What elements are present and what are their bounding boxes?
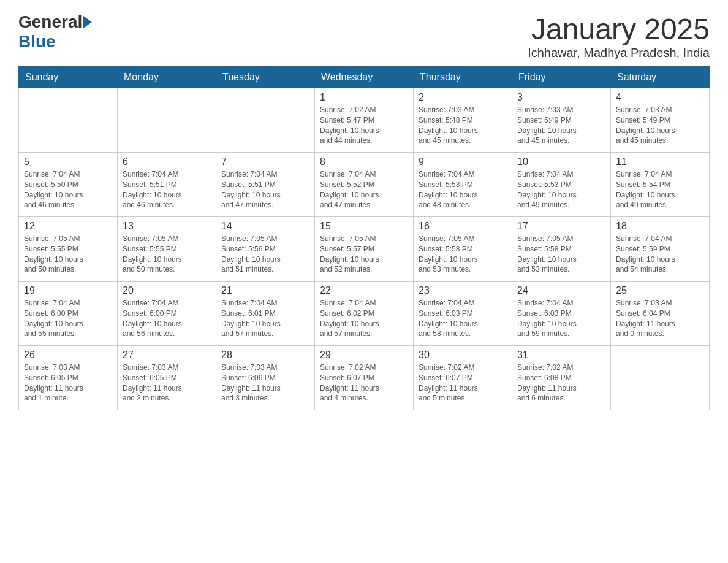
logo-blue-text: Blue [18, 32, 56, 52]
calendar-cell [19, 88, 118, 153]
calendar-cell: 14Sunrise: 7:05 AM Sunset: 5:56 PM Dayli… [216, 217, 315, 282]
day-number: 20 [123, 285, 211, 296]
weekday-header-row: SundayMondayTuesdayWednesdayThursdayFrid… [19, 67, 710, 88]
weekday-header-wednesday: Wednesday [315, 67, 414, 88]
calendar-cell: 31Sunrise: 7:02 AM Sunset: 6:08 PM Dayli… [512, 346, 611, 410]
calendar-cell: 15Sunrise: 7:05 AM Sunset: 5:57 PM Dayli… [315, 217, 414, 282]
calendar-cell [118, 88, 216, 153]
day-number: 23 [419, 285, 507, 296]
day-info: Sunrise: 7:04 AM Sunset: 5:53 PM Dayligh… [419, 169, 507, 210]
day-number: 6 [123, 156, 211, 167]
calendar-cell: 17Sunrise: 7:05 AM Sunset: 5:58 PM Dayli… [512, 217, 611, 282]
day-number: 8 [320, 156, 408, 167]
calendar-cell: 21Sunrise: 7:04 AM Sunset: 6:01 PM Dayli… [216, 282, 315, 346]
weekday-header-saturday: Saturday [611, 67, 710, 88]
calendar-cell: 27Sunrise: 7:03 AM Sunset: 6:05 PM Dayli… [118, 346, 216, 410]
day-info: Sunrise: 7:05 AM Sunset: 5:57 PM Dayligh… [320, 234, 408, 275]
day-info: Sunrise: 7:02 AM Sunset: 6:07 PM Dayligh… [320, 362, 408, 404]
page-header: General Blue January 2025 Ichhawar, Madh… [18, 12, 710, 60]
day-info: Sunrise: 7:02 AM Sunset: 6:07 PM Dayligh… [419, 362, 507, 404]
logo: General Blue [18, 12, 93, 52]
day-info: Sunrise: 7:05 AM Sunset: 5:55 PM Dayligh… [24, 234, 112, 275]
day-number: 18 [616, 221, 704, 232]
day-number: 16 [419, 221, 507, 232]
day-info: Sunrise: 7:04 AM Sunset: 5:52 PM Dayligh… [320, 169, 408, 210]
day-number: 2 [419, 92, 507, 103]
day-number: 1 [320, 92, 408, 103]
day-number: 28 [221, 350, 309, 361]
calendar-cell: 4Sunrise: 7:03 AM Sunset: 5:49 PM Daylig… [611, 88, 710, 153]
day-info: Sunrise: 7:05 AM Sunset: 5:58 PM Dayligh… [517, 234, 605, 275]
day-number: 9 [419, 156, 507, 167]
month-title: January 2025 [528, 12, 710, 46]
day-number: 7 [221, 156, 309, 167]
weekday-header-monday: Monday [118, 67, 216, 88]
calendar-cell: 18Sunrise: 7:04 AM Sunset: 5:59 PM Dayli… [611, 217, 710, 282]
calendar-cell: 19Sunrise: 7:04 AM Sunset: 6:00 PM Dayli… [19, 282, 118, 346]
calendar-cell: 28Sunrise: 7:03 AM Sunset: 6:06 PM Dayli… [216, 346, 315, 410]
day-number: 10 [517, 156, 605, 167]
day-info: Sunrise: 7:03 AM Sunset: 5:49 PM Dayligh… [616, 105, 704, 146]
day-number: 22 [320, 285, 408, 296]
day-number: 5 [24, 156, 112, 167]
day-info: Sunrise: 7:05 AM Sunset: 5:55 PM Dayligh… [123, 234, 211, 275]
calendar-cell: 9Sunrise: 7:04 AM Sunset: 5:53 PM Daylig… [414, 153, 512, 217]
day-number: 19 [24, 285, 112, 296]
calendar-cell: 24Sunrise: 7:04 AM Sunset: 6:03 PM Dayli… [512, 282, 611, 346]
day-number: 30 [419, 350, 507, 361]
day-info: Sunrise: 7:03 AM Sunset: 5:49 PM Dayligh… [517, 105, 605, 146]
calendar-cell: 29Sunrise: 7:02 AM Sunset: 6:07 PM Dayli… [315, 346, 414, 410]
day-number: 25 [616, 285, 704, 296]
day-number: 11 [616, 156, 704, 167]
day-info: Sunrise: 7:05 AM Sunset: 5:58 PM Dayligh… [419, 234, 507, 275]
calendar-cell: 25Sunrise: 7:03 AM Sunset: 6:04 PM Dayli… [611, 282, 710, 346]
calendar-table: SundayMondayTuesdayWednesdayThursdayFrid… [18, 66, 710, 410]
week-row-1: 1Sunrise: 7:02 AM Sunset: 5:47 PM Daylig… [19, 88, 710, 153]
day-info: Sunrise: 7:04 AM Sunset: 6:03 PM Dayligh… [419, 298, 507, 339]
weekday-header-sunday: Sunday [19, 67, 118, 88]
calendar-cell: 16Sunrise: 7:05 AM Sunset: 5:58 PM Dayli… [414, 217, 512, 282]
calendar-cell: 6Sunrise: 7:04 AM Sunset: 5:51 PM Daylig… [118, 153, 216, 217]
title-section: January 2025 Ichhawar, Madhya Pradesh, I… [528, 12, 710, 60]
week-row-2: 5Sunrise: 7:04 AM Sunset: 5:50 PM Daylig… [19, 153, 710, 217]
day-number: 13 [123, 221, 211, 232]
weekday-header-tuesday: Tuesday [216, 67, 315, 88]
day-info: Sunrise: 7:05 AM Sunset: 5:56 PM Dayligh… [221, 234, 309, 275]
day-number: 17 [517, 221, 605, 232]
day-info: Sunrise: 7:04 AM Sunset: 6:01 PM Dayligh… [221, 298, 309, 339]
day-number: 26 [24, 350, 112, 361]
day-info: Sunrise: 7:02 AM Sunset: 6:08 PM Dayligh… [517, 362, 605, 404]
day-info: Sunrise: 7:03 AM Sunset: 6:04 PM Dayligh… [616, 298, 704, 339]
day-number: 24 [517, 285, 605, 296]
calendar-cell: 26Sunrise: 7:03 AM Sunset: 6:05 PM Dayli… [19, 346, 118, 410]
week-row-5: 26Sunrise: 7:03 AM Sunset: 6:05 PM Dayli… [19, 346, 710, 410]
day-info: Sunrise: 7:03 AM Sunset: 6:05 PM Dayligh… [123, 362, 211, 404]
day-info: Sunrise: 7:04 AM Sunset: 5:51 PM Dayligh… [221, 169, 309, 210]
calendar-cell: 12Sunrise: 7:05 AM Sunset: 5:55 PM Dayli… [19, 217, 118, 282]
calendar-cell: 8Sunrise: 7:04 AM Sunset: 5:52 PM Daylig… [315, 153, 414, 217]
day-number: 4 [616, 92, 704, 103]
day-info: Sunrise: 7:04 AM Sunset: 5:53 PM Dayligh… [517, 169, 605, 210]
calendar-cell: 20Sunrise: 7:04 AM Sunset: 6:00 PM Dayli… [118, 282, 216, 346]
day-info: Sunrise: 7:02 AM Sunset: 5:47 PM Dayligh… [320, 105, 408, 146]
calendar-cell: 1Sunrise: 7:02 AM Sunset: 5:47 PM Daylig… [315, 88, 414, 153]
calendar-cell [216, 88, 315, 153]
calendar-cell [611, 346, 710, 410]
logo-general-text: General [18, 12, 82, 32]
day-info: Sunrise: 7:03 AM Sunset: 6:06 PM Dayligh… [221, 362, 309, 404]
day-info: Sunrise: 7:04 AM Sunset: 6:00 PM Dayligh… [123, 298, 211, 339]
day-number: 27 [123, 350, 211, 361]
day-info: Sunrise: 7:04 AM Sunset: 6:03 PM Dayligh… [517, 298, 605, 339]
calendar-cell: 3Sunrise: 7:03 AM Sunset: 5:49 PM Daylig… [512, 88, 611, 153]
day-number: 29 [320, 350, 408, 361]
calendar-cell: 11Sunrise: 7:04 AM Sunset: 5:54 PM Dayli… [611, 153, 710, 217]
weekday-header-thursday: Thursday [414, 67, 512, 88]
weekday-header-friday: Friday [512, 67, 611, 88]
week-row-4: 19Sunrise: 7:04 AM Sunset: 6:00 PM Dayli… [19, 282, 710, 346]
day-number: 12 [24, 221, 112, 232]
day-info: Sunrise: 7:04 AM Sunset: 5:54 PM Dayligh… [616, 169, 704, 210]
day-number: 3 [517, 92, 605, 103]
location-text: Ichhawar, Madhya Pradesh, India [528, 46, 710, 60]
day-info: Sunrise: 7:04 AM Sunset: 5:59 PM Dayligh… [616, 234, 704, 275]
day-info: Sunrise: 7:04 AM Sunset: 6:00 PM Dayligh… [24, 298, 112, 339]
